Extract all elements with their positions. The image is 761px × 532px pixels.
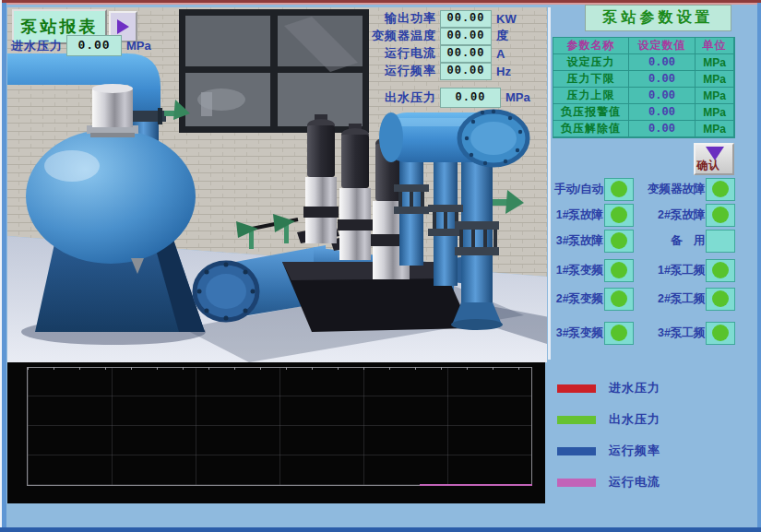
status-label: 1#泵变频 xyxy=(551,263,603,278)
status-row: 3#泵故障 备 用 xyxy=(551,230,735,252)
status-led-pump2-mains xyxy=(706,288,735,311)
led-icon xyxy=(712,325,729,341)
status-label: 1#泵故障 xyxy=(551,207,603,223)
metric-row: 输出功率 00.00 KW xyxy=(341,10,544,27)
param-name: 负压解除值 xyxy=(553,120,629,137)
legend-swatch-outlet xyxy=(557,416,596,424)
pump-3 xyxy=(303,114,339,243)
led-icon xyxy=(611,262,627,278)
legend-swatch-inlet xyxy=(557,384,596,393)
settings-row: 压力下限 0.00 MPa xyxy=(553,71,734,88)
inlet-pressure-value: 0.00 xyxy=(66,35,122,56)
frame-bottom xyxy=(0,527,761,532)
led-icon xyxy=(712,207,729,223)
col-header-name: 参数名称 xyxy=(553,37,629,54)
status-led-pump3-vfd xyxy=(604,322,634,345)
run-current-unit: A xyxy=(496,47,505,61)
status-led-pump3-mains xyxy=(706,322,735,345)
status-led-pump1-fault xyxy=(604,204,634,227)
led-icon xyxy=(611,232,627,249)
param-value[interactable]: 0.00 xyxy=(628,120,696,137)
inlet-pressure-row: 进水压力 0.00 MPa xyxy=(11,35,151,56)
settings-row: 负压解除值 0.00 MPa xyxy=(553,121,734,137)
run-current-value: 00.00 xyxy=(440,45,492,63)
status-led-manual-auto xyxy=(604,178,634,201)
led-icon xyxy=(611,325,627,341)
inlet-pressure-unit: MPa xyxy=(126,39,151,53)
output-power-value: 00.00 xyxy=(440,10,492,28)
param-name: 负压报警值 xyxy=(553,103,629,121)
param-value[interactable]: 0.00 xyxy=(628,53,696,71)
play-icon xyxy=(117,19,129,34)
status-row: 1#泵故障 2#泵故障 xyxy=(551,204,735,226)
status-led-pump3-fault xyxy=(604,230,634,253)
legend-item: 运行电流 xyxy=(557,475,660,490)
frame-right xyxy=(757,3,761,532)
status-led-pump2-vfd xyxy=(604,288,634,311)
led-icon xyxy=(712,181,729,197)
run-frequency-label: 运行频率 xyxy=(341,63,436,79)
outlet-pressure-value: 0.00 xyxy=(440,88,501,108)
legend-swatch-current xyxy=(557,479,596,487)
pump-station-hmi: 泵站报表 进水压力 0.00 MPa 输出功率 00.00 KW 变频器温度 0… xyxy=(0,0,761,532)
coupling-cage xyxy=(394,184,429,214)
trace-run-current xyxy=(420,484,532,486)
outlet-pressure-unit: MPa xyxy=(505,90,530,104)
confirm-button[interactable]: 确认 xyxy=(694,143,734,175)
led-icon xyxy=(611,290,627,307)
param-unit: MPa xyxy=(695,53,734,71)
legend-label: 运行频率 xyxy=(609,443,660,459)
param-name: 压力上限 xyxy=(553,87,629,104)
status-led-spare xyxy=(706,230,735,253)
status-row: 3#泵变频 3#泵工频 xyxy=(551,322,735,344)
settings-table: 参数名称 设定数值 单位 设定压力 0.00 MPa 压力下限 0.00 MPa… xyxy=(553,37,735,138)
legend-item: 出水压力 xyxy=(557,412,660,427)
led-icon xyxy=(611,181,627,197)
run-current-label: 运行电流 xyxy=(341,45,436,62)
param-value[interactable]: 0.00 xyxy=(628,70,696,88)
status-led-vfd-fault xyxy=(706,178,735,201)
param-value[interactable]: 0.00 xyxy=(628,103,696,121)
settings-header-row: 参数名称 设定数值 单位 xyxy=(553,38,734,54)
tank-top-cylinder xyxy=(92,89,133,127)
legend-item: 进水压力 xyxy=(557,381,660,396)
pump-2 xyxy=(338,124,373,260)
led-icon xyxy=(611,207,627,223)
trend-plot-area xyxy=(27,367,532,486)
param-unit: MPa xyxy=(695,120,734,137)
legend-label: 出水压力 xyxy=(609,411,660,428)
led-icon xyxy=(712,290,729,307)
param-unit: MPa xyxy=(695,87,734,104)
frame-left-inner xyxy=(2,3,6,532)
status-label: 手动/自动 xyxy=(551,182,603,197)
inlet-pressure-label: 进水压力 xyxy=(11,38,63,54)
status-led-pump1-vfd xyxy=(604,259,634,282)
status-label: 备 用 xyxy=(636,233,706,249)
param-name: 压力下限 xyxy=(553,70,629,88)
legend-swatch-frequency xyxy=(557,447,596,455)
inverter-temp-value: 00.00 xyxy=(440,28,492,45)
metric-row: 变频器温度 00.00 度 xyxy=(341,28,544,44)
pump-station-scene: 泵站报表 进水压力 0.00 MPa 输出功率 00.00 KW 变频器温度 0… xyxy=(7,7,547,362)
status-led-pump2-fault xyxy=(706,204,735,227)
status-label: 3#泵工频 xyxy=(636,325,706,341)
status-label: 2#泵故障 xyxy=(636,207,706,223)
discharge-header xyxy=(379,110,528,165)
status-label: 1#泵工频 xyxy=(636,263,706,278)
status-row: 2#泵变频 2#泵工频 xyxy=(551,288,735,310)
param-unit: MPa xyxy=(695,70,734,88)
param-name: 设定压力 xyxy=(553,53,629,71)
status-led-pump1-mains xyxy=(706,259,735,282)
settings-title: 泵站参数设置 xyxy=(585,5,731,31)
led-icon xyxy=(712,262,729,278)
status-row: 手动/自动 变频器故障 xyxy=(551,178,735,200)
legend-label: 运行电流 xyxy=(609,474,660,491)
settings-row: 压力上限 0.00 MPa xyxy=(553,88,734,104)
coupling-cage xyxy=(428,205,463,236)
confirm-label: 确认 xyxy=(696,158,720,173)
outlet-pressure-label: 出水压力 xyxy=(362,89,436,106)
status-label: 3#泵变频 xyxy=(551,325,603,341)
param-value[interactable]: 0.00 xyxy=(628,87,696,104)
outlet-pressure-row: 出水压力 0.00 MPa xyxy=(362,88,547,107)
trend-chart xyxy=(7,362,545,503)
